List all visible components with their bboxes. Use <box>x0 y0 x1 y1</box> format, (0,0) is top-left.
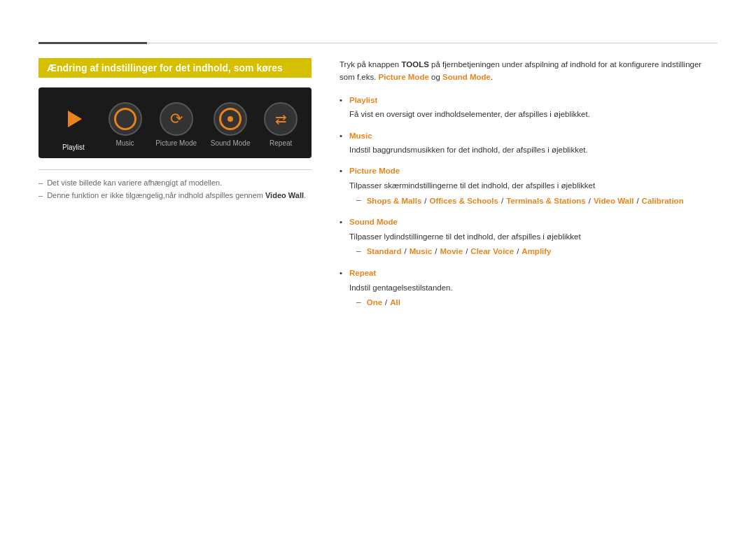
playlist-icon-circle <box>52 98 94 140</box>
sound-mode-label: Sound Mode <box>211 139 251 147</box>
repeat-desc: Indstil gentagelsestilstanden. <box>349 281 718 294</box>
bullet-list: Playlist Få vist en oversigt over indhol… <box>340 94 718 309</box>
divider-light <box>147 43 718 43</box>
player-item-picture-mode[interactable]: ⟳ Picture Mode <box>155 102 197 147</box>
player-item-sound-mode[interactable]: Sound Mode <box>211 102 251 147</box>
player-item-music[interactable]: Music <box>108 102 142 147</box>
sub-dash-1: – <box>356 194 361 207</box>
repeat-icon: ⇄ <box>275 111 287 127</box>
music-sub-link: Music <box>410 245 433 258</box>
bullet-repeat: Repeat Indstil gentagelsestilstanden. – … <box>340 267 718 309</box>
sound-mode-ref: Sound Mode <box>442 73 491 81</box>
clear-voice-link: Clear Voice <box>470 245 514 258</box>
music-title: Music <box>349 129 718 142</box>
bullet-playlist: Playlist Få vist en oversigt over indhol… <box>340 94 718 121</box>
player-icons: Playlist Music ⟳ Picture Mo <box>46 98 304 151</box>
bullet-music: Music Indstil baggrundsmusikken for det … <box>340 129 718 157</box>
video-wall-link-sub: Video Wall <box>594 195 634 207</box>
picture-mode-label: Picture Mode <box>155 139 197 147</box>
player-item-repeat[interactable]: ⇄ Repeat <box>264 102 298 147</box>
picture-mode-sub: – Shops & Malls / Offices & Schools / Te… <box>349 194 718 207</box>
amplify-link: Amplify <box>522 245 551 258</box>
sound-mode-title: Sound Mode <box>349 216 718 228</box>
sound-mode-icon <box>219 108 241 130</box>
standard-link: Standard <box>367 245 402 258</box>
playlist-desc: Få vist en oversigt over indholdselement… <box>349 108 718 120</box>
playlist-title: Playlist <box>349 94 718 106</box>
all-link: All <box>390 296 400 309</box>
picture-mode-desc: Tilpasser skærmindstillingerne til det i… <box>349 179 718 192</box>
picture-mode-icon-circle: ⟳ <box>160 102 193 136</box>
left-column: Ændring af indstillinger for det indhold… <box>38 58 312 318</box>
note-1: – Det viste billede kan variere afhængig… <box>38 178 312 187</box>
tools-bold: TOOLS <box>401 60 428 69</box>
divider-line <box>38 169 312 170</box>
page-container: Ændring af indstillinger for det indhold… <box>0 0 756 534</box>
main-content: Ændring af indstillinger for det indhold… <box>38 58 718 318</box>
calibration-link: Calibration <box>642 195 684 207</box>
picture-mode-icon: ⟳ <box>170 110 183 128</box>
top-divider <box>38 42 718 44</box>
sound-mode-desc: Tilpasser lydindstillingerne til det ind… <box>349 230 718 243</box>
picture-mode-ref: Picture Mode <box>379 73 429 81</box>
video-wall-link: Video Wall <box>265 191 304 199</box>
divider-dark <box>38 42 147 44</box>
sound-mode-sub: – Standard / Music / Movie / Clear Voice… <box>349 245 718 258</box>
play-button-icon <box>68 111 82 127</box>
repeat-title: Repeat <box>349 267 718 279</box>
player-item-playlist[interactable]: Playlist <box>52 98 94 151</box>
repeat-icon-circle: ⇄ <box>264 102 298 136</box>
bullet-sound-mode: Sound Mode Tilpasser lydindstillingerne … <box>340 216 718 258</box>
repeat-sub: – One / All <box>349 296 718 309</box>
sound-mode-icon-circle <box>214 102 247 136</box>
playlist-label: Playlist <box>62 143 85 151</box>
terminals-stations-link: Terminals & Stations <box>506 195 586 207</box>
music-icon <box>114 108 136 130</box>
shops-malls-link: Shops & Malls <box>367 195 422 207</box>
section-title: Ændring af indstillinger for det indhold… <box>38 58 312 78</box>
bullet-picture-mode: Picture Mode Tilpasser skærmindstillinge… <box>340 164 718 207</box>
music-desc: Indstil baggrundsmusikken for det indhol… <box>349 143 718 156</box>
movie-link: Movie <box>440 245 463 258</box>
one-link: One <box>367 296 382 309</box>
picture-mode-title: Picture Mode <box>349 164 718 177</box>
intro-paragraph: Tryk på knappen TOOLS på fjernbetjeninge… <box>340 58 718 84</box>
player-box: Playlist Music ⟳ Picture Mo <box>38 87 312 158</box>
note-2: – Denne funktion er ikke tilgængelig,når… <box>38 191 312 199</box>
right-column: Tryk på knappen TOOLS på fjernbetjeninge… <box>340 58 718 318</box>
sub-dash-2: – <box>356 245 361 258</box>
sub-dash-3: – <box>356 296 361 309</box>
repeat-label: Repeat <box>270 139 292 147</box>
music-label: Music <box>115 139 134 147</box>
music-icon-circle <box>108 102 142 136</box>
offices-schools-link: Offices & Schools <box>430 195 498 207</box>
